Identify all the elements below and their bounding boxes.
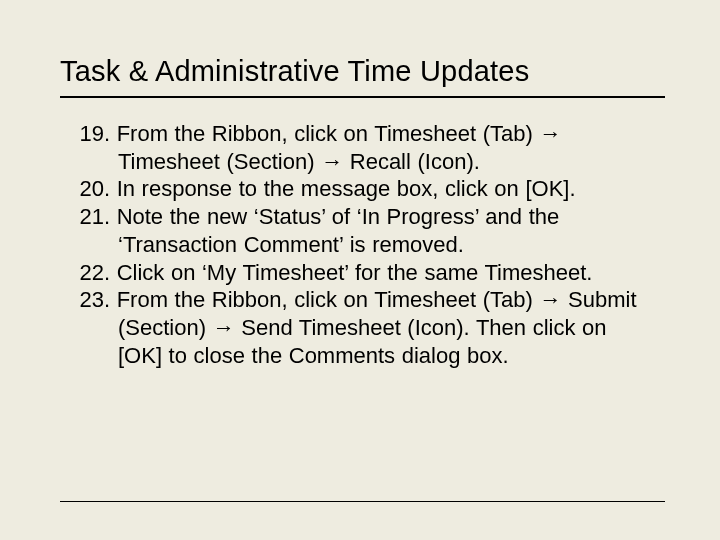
list-item: 20. In response to the message box, clic…: [60, 175, 655, 203]
list-item: 22. Click on ‘My Timesheet’ for the same…: [60, 259, 655, 287]
list-item: 23. From the Ribbon, click on Timesheet …: [60, 286, 655, 369]
list-item: 19. From the Ribbon, click on Timesheet …: [60, 120, 655, 175]
step-text: Note the new ‘Status’ of ‘In Progress’ a…: [117, 204, 560, 257]
step-number: 23.: [72, 286, 110, 314]
step-text: From the Ribbon, click on Timesheet (Tab…: [117, 287, 637, 367]
step-text: Click on ‘My Timesheet’ for the same Tim…: [117, 260, 593, 285]
step-text: In response to the message box, click on…: [117, 176, 576, 201]
slide: Task & Administrative Time Updates 19. F…: [0, 0, 720, 540]
bottom-rule: [60, 501, 665, 502]
step-number: 21.: [72, 203, 110, 231]
step-number: 20.: [72, 175, 110, 203]
step-number: 19.: [72, 120, 110, 148]
page-title: Task & Administrative Time Updates: [60, 55, 665, 88]
title-underline: [60, 96, 665, 98]
step-text: From the Ribbon, click on Timesheet (Tab…: [117, 121, 562, 174]
list-item: 21. Note the new ‘Status’ of ‘In Progres…: [60, 203, 655, 258]
steps-list: 19. From the Ribbon, click on Timesheet …: [60, 120, 665, 369]
step-number: 22.: [72, 259, 110, 287]
